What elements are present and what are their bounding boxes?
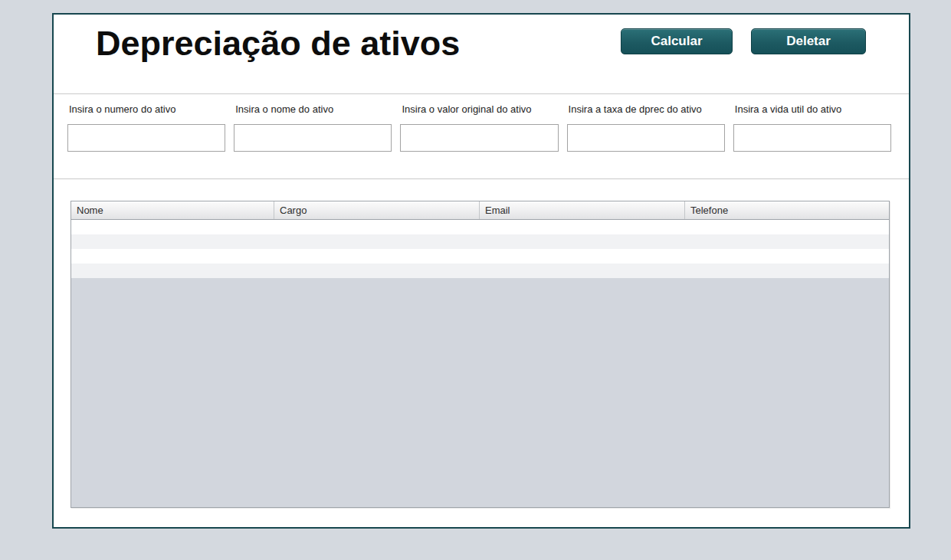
nome-ativo-label: Insira o nome do ativo: [235, 103, 392, 115]
valor-original-input[interactable]: [400, 124, 558, 152]
column-header-nome[interactable]: Nome: [71, 201, 274, 219]
valor-original-label: Insira o valor original do ativo: [402, 103, 558, 115]
numero-ativo-label: Insira o numero do ativo: [69, 103, 225, 115]
column-header-cargo[interactable]: Cargo: [274, 201, 480, 219]
table-row[interactable]: [71, 264, 889, 278]
nome-ativo-input[interactable]: [234, 124, 392, 152]
field-nome-ativo: Insira o nome do ativo: [234, 103, 392, 152]
table-row[interactable]: [71, 234, 889, 249]
column-header-email[interactable]: Email: [480, 201, 685, 219]
header-divider: [54, 93, 909, 94]
table-header-row: Nome Cargo Email Telefone: [71, 201, 889, 220]
field-taxa-dprec: Insira a taxa de dprec do ativo: [567, 103, 725, 152]
field-valor-original: Insira o valor original do ativo: [400, 103, 558, 152]
table-row[interactable]: [71, 249, 889, 264]
table-empty-area: [71, 278, 889, 507]
taxa-dprec-input[interactable]: [567, 124, 725, 152]
field-vida-util: Insira a vida util do ativo: [733, 103, 891, 152]
section-divider: [54, 178, 909, 179]
taxa-dprec-label: Insira a taxa de dprec do ativo: [569, 103, 725, 115]
table-body: [71, 220, 889, 278]
deletar-button[interactable]: Deletar: [751, 28, 866, 54]
input-fields-section: Insira o numero do ativo Insira o nome d…: [67, 103, 891, 152]
app-window: Depreciação de ativos Calcular Deletar I…: [52, 13, 910, 529]
column-header-telefone[interactable]: Telefone: [685, 201, 889, 219]
assets-table[interactable]: Nome Cargo Email Telefone: [71, 201, 890, 508]
app-background: { "header": { "title": "Depreciação de a…: [0, 0, 951, 560]
calcular-button[interactable]: Calcular: [621, 28, 733, 54]
numero-ativo-input[interactable]: [67, 124, 225, 152]
table-row[interactable]: [71, 220, 889, 234]
vida-util-input[interactable]: [733, 124, 891, 152]
field-numero-ativo: Insira o numero do ativo: [67, 103, 225, 152]
vida-util-label: Insira a vida util do ativo: [735, 103, 891, 115]
page-title: Depreciação de ativos: [96, 24, 460, 64]
